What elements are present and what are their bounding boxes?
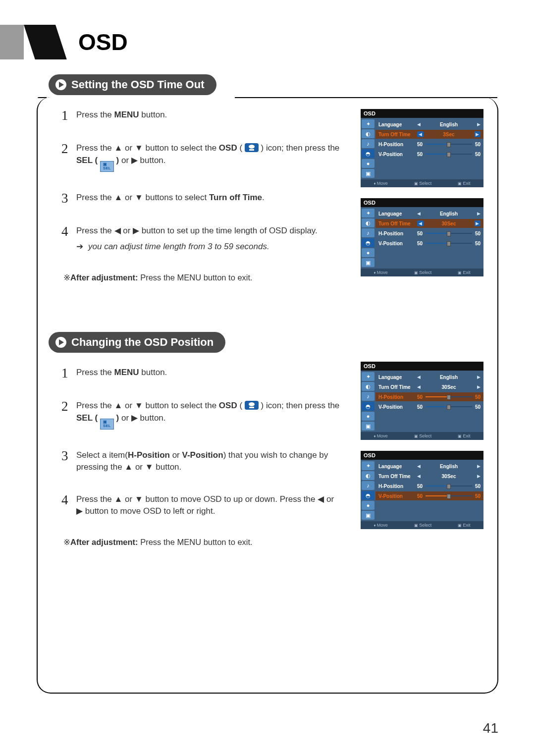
chevron-left-icon: ◀ [417,220,424,226]
slider-icon [426,144,472,145]
step-number: 4 [61,225,76,238]
page-header: OSD [0,25,128,59]
osd-preview-stack-2: OSD ✦ ◐ ♪ ◓ ● ▣ Language ◀English▶ Tu [361,362,483,529]
osd-tab-icon: ✦ [362,461,374,470]
step-3: 3 Select a item(H-Position or V-Position… [61,449,342,474]
chevron-right-icon: ▶ [474,220,481,226]
osd-tab-icon: ◐ [362,471,374,480]
slider-icon [426,396,472,397]
osd-tab-icon: ✦ [362,209,374,217]
osd-row-turnoff: Turn Off Time ◀3Sec▶ [375,130,483,139]
osd-row-language: Language ◀English▶ [378,462,481,471]
osd-row-vpos: V-Position 5050 [375,491,483,500]
slider-icon [426,406,472,407]
slider-icon [426,243,472,244]
chevron-left-icon: ◀ [417,122,421,127]
osd-panel: OSD ✦ ◐ ♪ ◓ ● ▣ Language ◀English▶ Tu [361,198,483,276]
step-number: 1 [61,367,76,380]
page-number: 41 [483,720,498,736]
section-heading-position: Changing the OSD Position [49,332,225,353]
osd-footer: Move Select Exit [361,269,483,276]
osd-tab-icon: ▣ [362,258,374,267]
step-number: 3 [61,449,76,463]
osd-footer: Move Select Exit [361,432,483,440]
sel-icon: ▣SEL [100,419,114,430]
osd-row-turnoff: Turn Off Time ◀30Sec▶ [378,382,481,391]
osd-tab-icon: ◐ [362,218,374,227]
osd-tab-icon: ♪ [362,139,374,148]
chevron-left-icon: ◀ [417,211,421,216]
osd-panel: OSD ✦ ◐ ♪ ◓ ● ▣ Language ◀English▶ Tu [361,451,483,529]
header-tab-grey [0,25,24,59]
osd-tab-icons: ✦ ◐ ♪ ◓ ● ▣ [361,207,375,269]
osd-panel-title: OSD [361,109,483,118]
step-3: 3 Press the ▲ or ▼ buttons to select Tur… [61,192,342,205]
osd-panel-title: OSD [361,198,483,207]
osd-icon [245,401,259,410]
osd-row-vpos: V-Position 5050 [378,402,481,411]
osd-tab-icon: ▣ [362,511,374,520]
step-text: Press the MENU button. [76,109,342,121]
slider-icon [426,233,472,234]
step-4: 4 Press the ▲ or ▼ button to move OSD to… [61,493,342,518]
osd-tab-icon: ◐ [362,382,374,391]
osd-tab-icon: ◐ [362,129,374,138]
osd-tab-icon: ● [362,501,374,510]
chevron-left-icon: ◀ [417,464,421,469]
play-bullet-icon [55,337,66,348]
osd-tab-icon: ◓ [362,402,374,411]
osd-preview-stack-1: OSD ✦ ◐ ♪ ◓ ● ▣ Language ◀English▶ Tu [361,109,483,276]
osd-tab-icon: ♪ [362,392,374,401]
chevron-right-icon: ▶ [477,474,481,479]
osd-row-language: Language ◀English▶ [378,120,481,129]
section-heading-timeout: Setting the OSD Time Out [49,74,216,95]
osd-panel: OSD ✦ ◐ ♪ ◓ ● ▣ Language ◀English▶ Tu [361,362,483,440]
osd-row-language: Language ◀English▶ [378,373,481,381]
header-tab-black [24,25,63,59]
chevron-right-icon: ▶ [477,375,481,379]
osd-panel-title: OSD [361,362,483,371]
osd-tab-icon: ▣ [362,422,374,431]
osd-tab-icon: ◓ [362,238,374,247]
osd-row-language: Language ◀English▶ [378,209,481,218]
osd-row-vpos: V-Position 5050 [378,239,481,248]
step-2: 2 Press the ▲ or ▼ button to select the … [61,142,342,172]
osd-panel-title: OSD [361,451,483,460]
osd-tab-icons: ✦ ◐ ♪ ◓ ● ▣ [361,371,375,432]
slider-icon [426,495,472,496]
chevron-right-icon: ▶ [477,464,481,469]
step-number: 4 [61,493,76,507]
osd-row-vpos: V-Position 5050 [378,150,481,159]
chevron-right-icon: ▶ [477,122,481,127]
step-text: Press the ◀ or ▶ button to set up the ti… [76,225,342,253]
page-title: OSD [78,29,128,55]
step-4: 4 Press the ◀ or ▶ button to set up the … [61,225,342,253]
osd-row-hpos: H-Position 5050 [375,392,483,401]
osd-row-hpos: H-Position 5050 [378,140,481,149]
osd-tab-icon: ▣ [362,169,374,178]
step-text: Select a item(H-Position or V-Position) … [76,449,342,474]
step-note: you can adjust time length from 3 to 59 … [88,241,269,253]
osd-row-hpos: H-Position 5050 [378,482,481,490]
osd-tab-icon: ◓ [362,491,374,500]
step-text: Press the ▲ or ▼ buttons to select Turn … [76,192,342,204]
chevron-left-icon: ◀ [417,474,421,479]
slider-icon [426,154,472,155]
step-2: 2 Press the ▲ or ▼ button to select the … [61,400,342,430]
osd-tab-icon: ✦ [362,372,374,381]
osd-tab-icons: ✦ ◐ ♪ ◓ ● ▣ [361,118,375,179]
sel-icon: ▣SEL [100,161,114,172]
osd-footer: Move Select Exit [361,521,483,529]
section-heading-label: Setting the OSD Time Out [71,78,205,91]
osd-tab-icon: ✦ [362,119,374,128]
chevron-right-icon: ▶ [477,384,481,389]
step-number: 3 [61,192,76,205]
step-text: Press the ▲ or ▼ button to move OSD to u… [76,493,342,518]
arrow-right-icon: ➔ [76,241,83,253]
step-text: Press the ▲ or ▼ button to select the OS… [76,142,342,172]
chevron-left-icon: ◀ [417,131,424,137]
after-adjustment-note: ※After adjustment: Press the MENU button… [63,538,486,547]
step-text: Press the MENU button. [76,367,342,379]
osd-row-hpos: H-Position 5050 [378,229,481,238]
osd-tab-icon: ♪ [362,228,374,237]
